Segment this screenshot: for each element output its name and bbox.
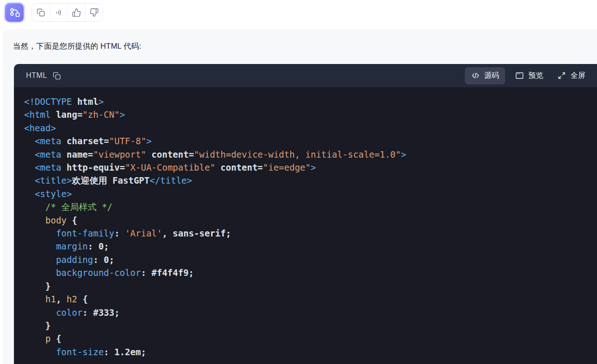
code-view-switcher: 源码 预览 [465, 67, 585, 84]
assistant-message-bubble: 当然，下面是您所提供的 HTML 代码: HTML [3, 29, 597, 364]
copy-icon [52, 71, 61, 80]
code-line: } [24, 280, 593, 293]
window-icon [515, 71, 524, 80]
preview-tab-label: 预览 [528, 71, 543, 81]
like-button[interactable] [67, 4, 85, 21]
copy-icon [36, 8, 45, 17]
code-line: <html lang="zh-CN"> [24, 108, 593, 121]
code-line: body { [24, 214, 593, 227]
message-toolbar [32, 3, 103, 22]
code-line: <head> [24, 121, 593, 134]
code-block: HTML [14, 64, 597, 364]
code-copy-button[interactable] [52, 71, 61, 80]
fullscreen-button[interactable]: 全屏 [557, 71, 585, 81]
fullscreen-button-label: 全屏 [571, 71, 585, 81]
code-line: font-size: 1.2em; [24, 345, 593, 358]
thumbs-up-icon [72, 8, 81, 17]
source-tab-label: 源码 [484, 71, 499, 81]
source-tab[interactable]: 源码 [465, 67, 505, 84]
copy-message-button[interactable] [32, 4, 50, 21]
code-line: <meta charset="UTF-8"> [24, 134, 593, 147]
expand-icon [557, 71, 566, 80]
code-line: color: #333; [24, 306, 593, 319]
dislike-button[interactable] [85, 4, 103, 21]
code-line: } [24, 319, 593, 332]
message-text: 当然，下面是您所提供的 HTML 代码: [3, 29, 597, 51]
code-line: <meta http-equiv="X-UA-Compatible" conte… [24, 161, 593, 174]
code-line: font-family: 'Arial', sans-serif; [24, 227, 593, 240]
code-icon [471, 71, 480, 80]
code-line: <title>欢迎使用 FastGPT</title> [24, 174, 593, 187]
code-line: <meta name="viewport" content="width=dev… [24, 148, 593, 161]
code-content: <!DOCTYPE html><html lang="zh-CN"><head>… [14, 87, 597, 364]
code-line: background-color: #f4f4f9; [24, 266, 593, 279]
code-line: /* 全局样式 */ [24, 200, 593, 213]
code-line: p { [24, 332, 593, 345]
assistant-avatar [4, 2, 25, 23]
code-header: HTML [14, 64, 597, 87]
code-line: margin: 0; [24, 240, 593, 253]
code-language-label: HTML [26, 71, 47, 80]
sound-icon [54, 8, 64, 17]
code-line: padding: 0; [24, 253, 593, 266]
preview-tab[interactable]: 预览 [515, 71, 543, 81]
workflow-icon [8, 6, 21, 19]
code-line: h1, h2 { [24, 293, 593, 306]
read-aloud-button[interactable] [50, 4, 67, 21]
code-line: <!DOCTYPE html> [24, 95, 593, 108]
thumbs-down-icon [90, 8, 99, 17]
code-line: <style> [24, 187, 593, 200]
